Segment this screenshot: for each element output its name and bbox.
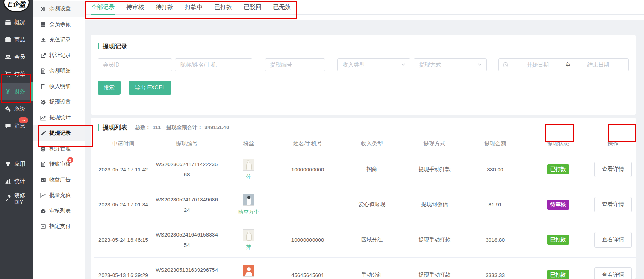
chart-line-icon [40, 115, 46, 121]
cell-withdraw-method: 提现手动打款 [404, 271, 464, 279]
sum-value: 349151.40 [204, 124, 229, 130]
cell-withdraw-status: 已打款 [526, 270, 590, 279]
submenu-item-withdraw-settings[interactable]: 提现设置 [33, 94, 85, 110]
withdraw-method-select[interactable]: 提现方式 [414, 58, 486, 71]
sidebar-item-diy[interactable]: 装修DIY [0, 190, 33, 207]
sidebar-item-system[interactable]: 系统 [0, 100, 33, 117]
submenu-item-withdraw-stats[interactable]: 提现统计 [33, 110, 85, 125]
sidebar-item-label: 订单 [14, 71, 25, 78]
tab-paid[interactable]: 已打款 [214, 0, 232, 14]
export-excel-button[interactable]: 导出 EXCEL [129, 81, 171, 95]
header-fan: 粉丝 [221, 140, 276, 147]
cell-apply-time: 2023-05-24 16:46:15 [94, 237, 152, 243]
app-root: E企盈 概况 商品 会员 订单 ¥ 财务 系统 消息 [0, 0, 644, 279]
sidebar-spacer [0, 135, 33, 155]
pencil-icon [40, 131, 46, 136]
submenu-item-batch-recharge[interactable]: 批量充值 [33, 187, 85, 203]
cell-action: 查看详情 [590, 232, 636, 248]
submenu-item-label: 充值记录 [49, 36, 71, 44]
submenu-item-review-list[interactable]: 审核列表 [33, 203, 85, 219]
sidebar-item-overview[interactable]: 概况 [0, 14, 33, 31]
cell-withdraw-status: 已打款 [526, 164, 590, 174]
cell-withdraw-amount: 81.91 [464, 202, 526, 208]
submenu-item-label: 积分管理 [49, 145, 71, 152]
submenu-item-member-balance[interactable]: 会员余额 [33, 17, 85, 32]
sidebar-item-finance[interactable]: ¥ 财务 [0, 83, 33, 100]
member-id-input[interactable] [98, 58, 172, 71]
sidebar-item-orders[interactable]: 订单 [0, 66, 33, 83]
main-sidebar: E企盈 概况 商品 会员 订单 ¥ 财务 系统 消息 [0, 0, 33, 279]
search-button[interactable]: 搜索 [98, 81, 121, 95]
header-apply-time: 申请时间 [94, 140, 152, 147]
date-range-picker[interactable]: 开始日期 至 结束日期 [498, 58, 629, 71]
cell-name-phone: 45645645601 [276, 272, 339, 278]
tab-pending-payment[interactable]: 待打款 [156, 0, 173, 14]
header-withdraw-no: 提现编号 [152, 140, 221, 147]
submenu-item-recharge-records[interactable]: 充值记录 [33, 32, 85, 48]
tab-all-records[interactable]: 全部记录 [91, 0, 115, 14]
cell-income-type: 爱心值返现 [339, 201, 404, 208]
tab-invalid[interactable]: 已无效 [273, 0, 291, 14]
sidebar-item-stats[interactable]: 统计 [0, 173, 33, 190]
tab-paying[interactable]: 打款中 [185, 0, 203, 14]
submenu-item-transfer-records[interactable]: 转让记录 [33, 48, 85, 63]
status-badge: 已打款 [547, 235, 569, 245]
nickname-input[interactable] [175, 58, 252, 71]
fan-avatar [243, 194, 254, 206]
download-icon [40, 37, 46, 43]
fan-nickname[interactable]: 萍 [246, 174, 251, 180]
cell-income-type: 区域分红 [339, 236, 404, 243]
sidebar-item-label: 概况 [14, 19, 25, 26]
view-detail-button[interactable]: 查看详情 [594, 197, 632, 212]
tab-rejected[interactable]: 已驳回 [244, 0, 261, 14]
submenu-item-revenue-ads[interactable]: 收益广告 [33, 172, 85, 187]
withdraw-no-input[interactable] [265, 58, 325, 71]
list-summary: 总数：111 提现金额合计：349151.40 [135, 124, 229, 131]
sidebar-item-messages[interactable]: 消息 ... [0, 117, 33, 135]
sidebar-item-goods[interactable]: 商品 [0, 31, 33, 48]
sidebar-item-label: 消息 [14, 123, 25, 130]
submenu-item-label: 余额设置 [49, 5, 71, 12]
fan-nickname[interactable]: 萍 [246, 244, 251, 251]
filter-panel-title: 提现记录 [98, 42, 629, 50]
view-detail-button[interactable]: 查看详情 [594, 232, 632, 248]
submenu-item-balance-details[interactable]: 余额明细 [33, 63, 85, 79]
start-date-placeholder[interactable]: 开始日期 [512, 61, 564, 69]
header-withdraw-method: 提现方式 [404, 140, 464, 147]
fan-avatar [243, 229, 254, 241]
submenu-item-label: 余额明细 [49, 67, 71, 75]
gear-icon [40, 99, 46, 105]
apps-icon [4, 161, 11, 167]
cell-action: 查看详情 [590, 267, 636, 279]
total-value: 111 [153, 124, 161, 130]
file-icon [40, 162, 46, 167]
system-icon [4, 106, 11, 112]
transfer-review-badge: 2 [67, 157, 73, 163]
external-link-icon [40, 53, 46, 58]
file-icon [40, 84, 46, 89]
cell-withdraw-amount: 3018.80 [464, 237, 526, 243]
submenu-item-points-management[interactable]: 积分管理 [33, 141, 85, 156]
submenu-item-designated-payment[interactable]: 指定支付 [33, 219, 85, 234]
sidebar-item-members[interactable]: 会员 [0, 48, 33, 66]
view-detail-button[interactable]: 查看详情 [594, 267, 632, 279]
submenu-item-balance-settings[interactable]: 余额设置 [33, 1, 85, 17]
fan-nickname[interactable]: 晴空万李 [238, 209, 259, 215]
cell-withdraw-no: WS20230524170134968624 [152, 194, 221, 215]
clock-icon [503, 62, 508, 68]
submenu-item-income-details[interactable]: 收入明细 [33, 79, 85, 94]
cell-action: 查看详情 [590, 197, 636, 212]
tab-pending-review[interactable]: 待审核 [126, 0, 144, 14]
app-logo[interactable]: E企盈 [0, 0, 33, 14]
sidebar-item-apps[interactable]: 应用 [0, 155, 33, 173]
minus-square-icon [40, 224, 46, 229]
cell-withdraw-method: 提现到微信 [404, 201, 464, 208]
view-detail-button[interactable]: 查看详情 [594, 162, 632, 177]
end-date-placeholder[interactable]: 结束日期 [572, 61, 624, 69]
submenu-item-transfer-review[interactable]: 转账审核 2 [33, 156, 85, 172]
cell-name-phone: 10000000000 [276, 237, 339, 243]
income-type-select[interactable]: 收入类型 [337, 58, 410, 71]
submenu-item-label: 收益广告 [49, 176, 71, 183]
header-name-phone: 姓名/手机号 [276, 140, 339, 147]
submenu-item-withdraw-records[interactable]: 提现记录 [33, 125, 85, 141]
